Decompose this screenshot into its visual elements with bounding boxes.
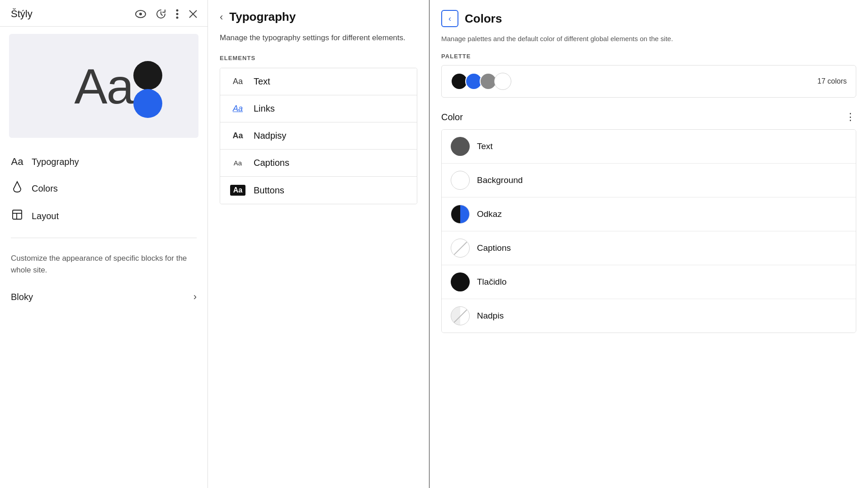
customize-text: Customize the appearance of specific blo…	[0, 242, 208, 285]
svg-point-2	[176, 9, 179, 12]
svg-rect-7	[13, 210, 22, 219]
color-item-tlacidlo[interactable]: Tlačidlo	[442, 265, 856, 299]
color-header-row: Color ⋮	[429, 109, 868, 129]
nav-label-layout: Layout	[32, 211, 59, 221]
eye-icon[interactable]	[134, 9, 147, 19]
nav-item-colors[interactable]: Colors	[11, 174, 197, 203]
nadpisy-typography-icon: Aa	[230, 131, 245, 141]
captions-color-label: Captions	[477, 243, 511, 253]
links-typography-icon: Aa	[230, 104, 245, 113]
palette-box[interactable]: 17 colors	[441, 65, 856, 98]
captions-color-swatch	[451, 239, 470, 258]
preview-aa-text: Aa	[74, 57, 133, 115]
buttons-label: Buttons	[254, 185, 284, 196]
captions-label: Captions	[254, 158, 289, 168]
middle-panel: ‹ Typography Manage the typography setti…	[208, 0, 429, 488]
typography-icon: Aa	[11, 156, 24, 168]
middle-title: Typography	[229, 10, 296, 24]
buttons-typography-icon: Aa	[230, 185, 245, 196]
svg-point-4	[176, 17, 179, 19]
history-icon[interactable]	[155, 8, 167, 20]
color-item-background[interactable]: Background	[442, 164, 856, 197]
left-header: Štýly	[0, 0, 208, 27]
tlacidlo-color-label: Tlačidlo	[477, 277, 506, 287]
nav-label-typography: Typography	[32, 157, 79, 167]
text-label: Text	[254, 76, 270, 87]
element-item-text[interactable]: Aa Text	[220, 68, 417, 95]
nav-label-colors: Colors	[32, 183, 58, 194]
color-item-text[interactable]: Text	[442, 130, 856, 164]
colors-icon	[11, 181, 24, 196]
color-item-nadpis[interactable]: Nadpis	[442, 299, 856, 333]
background-color-swatch	[451, 171, 470, 190]
element-item-captions[interactable]: Aa Captions	[220, 150, 417, 177]
odkaz-color-swatch	[451, 205, 470, 224]
left-header-icons	[134, 8, 198, 20]
middle-description: Manage the typography settings for diffe…	[208, 32, 429, 55]
background-color-label: Background	[477, 175, 523, 185]
element-item-links[interactable]: Aa Links	[220, 95, 417, 122]
element-item-nadpisy[interactable]: Aa Nadpisy	[220, 122, 417, 150]
divider	[11, 238, 197, 238]
nav-items: Aa Typography Colors Layout	[0, 145, 208, 234]
palette-circles	[451, 73, 509, 90]
right-back-button[interactable]: ‹	[441, 10, 458, 27]
text-typography-icon: Aa	[230, 77, 245, 86]
svg-point-1	[139, 13, 142, 15]
elements-section-label: ELEMENTS	[208, 55, 429, 68]
chevron-right-icon: ›	[193, 291, 197, 303]
back-button[interactable]: ‹	[220, 11, 223, 23]
color-item-odkaz[interactable]: Odkaz	[442, 197, 856, 231]
text-color-swatch	[451, 137, 470, 156]
right-description: Manage palettes and the default color of…	[429, 33, 868, 53]
links-label: Links	[254, 103, 275, 114]
odkaz-color-label: Odkaz	[477, 209, 502, 219]
middle-header: ‹ Typography	[208, 0, 429, 32]
color-list: Text Background Odkaz Captions Tlačidlo …	[441, 129, 856, 333]
palette-count: 17 colors	[817, 77, 847, 85]
color-more-button[interactable]: ⋮	[845, 111, 856, 123]
preview-box: Aa	[9, 34, 198, 138]
tlacidlo-color-swatch	[451, 272, 470, 291]
nadpis-color-label: Nadpis	[477, 311, 504, 321]
dot-blue	[133, 89, 162, 118]
element-item-buttons[interactable]: Aa Buttons	[220, 177, 417, 204]
layout-icon	[11, 209, 24, 223]
close-icon[interactable]	[188, 9, 198, 19]
more-options-icon[interactable]	[175, 8, 179, 20]
nav-item-layout[interactable]: Layout	[11, 203, 197, 230]
dot-dark	[133, 61, 162, 90]
left-panel: Štýly	[0, 0, 208, 488]
text-color-label: Text	[477, 141, 493, 151]
palette-section-label: PALETTE	[429, 53, 868, 65]
bloky-row[interactable]: Bloky ›	[0, 285, 208, 309]
right-title: Colors	[465, 12, 502, 26]
nadpisy-label: Nadpisy	[254, 131, 286, 141]
nav-item-typography[interactable]: Aa Typography	[11, 150, 197, 174]
right-panel: ‹ Colors Manage palettes and the default…	[429, 0, 868, 488]
captions-typography-icon: Aa	[230, 159, 245, 167]
color-item-captions[interactable]: Captions	[442, 231, 856, 265]
elements-list: Aa Text Aa Links Aa Nadpisy Aa Captions …	[220, 68, 417, 204]
pal-circle-white	[494, 73, 511, 90]
nadpis-color-swatch	[451, 306, 470, 325]
svg-point-3	[176, 13, 179, 15]
color-section-label: Color	[441, 112, 463, 122]
left-panel-title: Štýly	[11, 8, 33, 20]
bloky-label: Bloky	[11, 292, 33, 302]
right-header: ‹ Colors	[429, 0, 868, 33]
